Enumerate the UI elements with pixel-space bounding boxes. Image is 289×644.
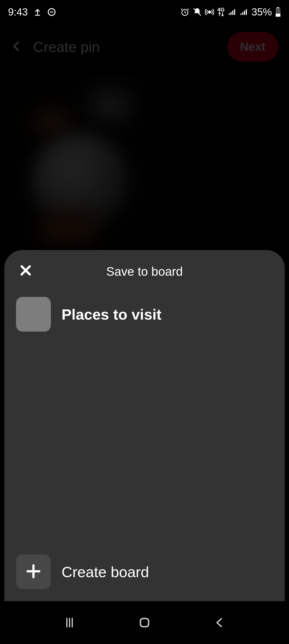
svg-rect-10 [246,9,247,15]
close-icon [19,263,33,278]
bg-page-title: Create pin [33,39,100,55]
back-button[interactable] [203,612,235,633]
signal-icon-2 [240,8,248,16]
status-bar: 9:43 [0,0,289,24]
svg-rect-9 [244,11,245,15]
board-thumbnail [16,297,51,332]
create-board-icon-wrap [16,554,51,589]
create-board-label: Create board [62,563,149,581]
create-board-button[interactable]: Create board [16,553,273,591]
back-icon [11,40,22,53]
status-time: 9:43 [8,6,28,18]
svg-point-2 [208,11,211,13]
svg-rect-3 [229,13,230,15]
next-button: Next [227,32,278,62]
sheet-footer: Create board [4,550,285,601]
board-list: Places to visit [4,293,285,550]
data-4g-icon: 4G [217,7,225,17]
pin-image-preview [16,75,144,267]
battery-percent: 35% [252,6,272,18]
save-to-board-sheet: Save to board Places to visit Create boa… [4,250,285,601]
battery-icon [275,7,281,17]
recents-button[interactable] [54,612,86,633]
board-name: Places to visit [62,306,162,323]
plus-icon [25,562,42,581]
svg-rect-8 [242,12,243,15]
system-navigation-bar [0,601,289,644]
status-left: 9:43 [8,6,56,18]
next-button-label: Next [240,40,265,53]
sheet-title: Save to board [106,264,183,279]
svg-rect-4 [230,12,231,15]
bg-header: Create pin Next [0,24,289,70]
svg-rect-5 [232,11,233,15]
board-item[interactable]: Places to visit [16,296,273,333]
status-right: 4G 35% [180,6,281,18]
home-button[interactable] [128,612,161,633]
svg-rect-11 [277,7,279,8]
close-button[interactable] [18,263,34,279]
svg-rect-6 [234,9,235,15]
mute-icon [193,7,202,17]
svg-rect-14 [140,619,149,627]
do-not-disturb-icon [47,7,56,17]
signal-icon-1 [228,8,237,16]
alarm-icon [180,7,189,17]
hotspot-icon [205,7,214,17]
upload-icon [33,8,42,16]
sheet-header: Save to board [4,250,285,293]
svg-rect-7 [241,13,242,15]
